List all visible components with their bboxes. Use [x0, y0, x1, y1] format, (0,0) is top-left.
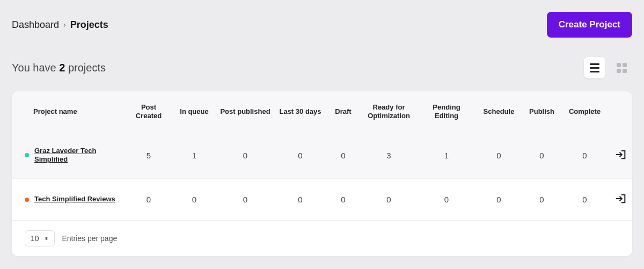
project-link[interactable]: Tech Simplified Reviews [34, 195, 115, 204]
col-schedule: Schedule [476, 91, 522, 133]
cell-pending-edit: 0 [417, 179, 476, 221]
cell-ready-opt: 3 [361, 133, 417, 179]
list-icon [590, 63, 599, 72]
cell-in-queue: 1 [173, 133, 216, 179]
project-count-text: You have 2 projects [12, 62, 106, 74]
projects-table-card: Project name Post Created In queue Post … [12, 91, 632, 256]
cell-pending-edit: 1 [417, 133, 476, 179]
col-ready-opt: Ready for Optimization [361, 91, 417, 133]
project-link[interactable]: Graz Laveder Tech Simplified [34, 147, 120, 165]
view-toggle [584, 57, 632, 78]
page-size-label: Entries per page [62, 234, 118, 243]
cell-in-queue: 0 [173, 179, 216, 221]
col-action [608, 91, 632, 133]
cell-last-30: 0 [275, 133, 326, 179]
cell-ready-opt: 0 [361, 179, 417, 221]
col-last-30: Last 30 days [275, 91, 326, 133]
table-header-row: Project name Post Created In queue Post … [12, 91, 632, 133]
col-post-created: Post Created [125, 91, 173, 133]
col-complete: Complete [562, 91, 608, 133]
breadcrumb-current: Projects [70, 19, 108, 31]
cell-post-published: 0 [216, 133, 275, 179]
status-dot [25, 153, 29, 157]
open-project-icon[interactable] [615, 149, 627, 161]
col-draft: Draft [326, 91, 361, 133]
cell-post-created: 5 [125, 133, 173, 179]
cell-publish: 0 [522, 133, 562, 179]
table-row: Graz Laveder Tech Simplified 5 1 0 0 0 3… [12, 133, 632, 179]
table-row: Tech Simplified Reviews 0 0 0 0 0 0 0 0 … [12, 179, 632, 221]
col-pending-edit: Pending Editing [417, 91, 476, 133]
cell-post-created: 0 [125, 179, 173, 221]
stepper-icon: ▲▼ [45, 238, 49, 239]
page-size-select[interactable]: 10 ▲▼ [25, 230, 55, 246]
cell-post-published: 0 [216, 179, 275, 221]
list-view-button[interactable] [584, 57, 605, 78]
breadcrumb-root[interactable]: Dashboard [12, 19, 59, 31]
cell-complete: 0 [562, 179, 608, 221]
cell-draft: 0 [326, 179, 361, 221]
col-publish: Publish [522, 91, 562, 133]
breadcrumb: Dashboard › Projects [12, 19, 108, 31]
grid-view-button[interactable] [611, 57, 632, 78]
page-size-value: 10 [31, 234, 39, 243]
col-project-name: Project name [12, 91, 125, 133]
create-project-button[interactable]: Create Project [547, 12, 632, 38]
cell-schedule: 0 [476, 133, 522, 179]
cell-publish: 0 [522, 179, 562, 221]
table-footer: 10 ▲▼ Entries per page [12, 221, 632, 257]
col-post-published: Post published [216, 91, 275, 133]
breadcrumb-separator-icon: › [63, 20, 66, 29]
cell-draft: 0 [326, 133, 361, 179]
col-in-queue: In queue [173, 91, 216, 133]
grid-icon [617, 63, 627, 73]
projects-table: Project name Post Created In queue Post … [12, 91, 632, 256]
cell-complete: 0 [562, 133, 608, 179]
open-project-icon[interactable] [615, 193, 627, 205]
cell-schedule: 0 [476, 179, 522, 221]
cell-last-30: 0 [275, 179, 326, 221]
status-dot [25, 198, 29, 202]
